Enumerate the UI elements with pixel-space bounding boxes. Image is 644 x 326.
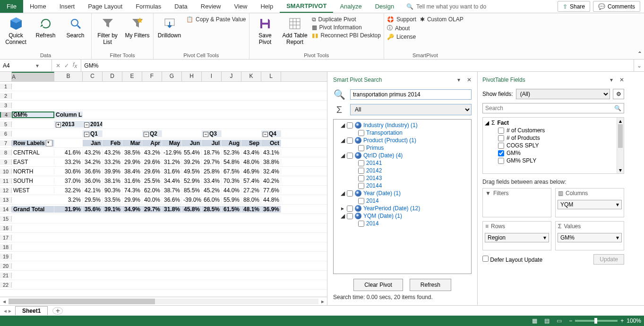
row-head[interactable]: 7: [0, 140, 12, 146]
field-list[interactable]: ◢ΣFact # of Customers # of Products COGS…: [482, 117, 624, 174]
cell[interactable]: 85.5%: [182, 187, 202, 194]
tree-label[interactable]: Transportation: [366, 129, 403, 136]
cell[interactable]: −Q3: [202, 130, 222, 137]
pivot-information-button[interactable]: ▦Pivot Information: [312, 24, 381, 31]
cell[interactable]: 74.3%: [122, 187, 142, 194]
cell[interactable]: 43.2%: [83, 149, 103, 156]
cell[interactable]: EAST: [12, 159, 54, 165]
cell[interactable]: 40.2%: [261, 178, 281, 184]
search-button[interactable]: Search: [62, 15, 88, 39]
ribbon-collapse-button[interactable]: ⌃: [635, 49, 644, 59]
cell[interactable]: 32.4%: [261, 168, 281, 175]
row-head[interactable]: 15: [0, 216, 12, 222]
row-head[interactable]: 4: [0, 112, 12, 118]
cell[interactable]: −Q4: [261, 130, 281, 137]
cell[interactable]: CENTRAL: [12, 149, 54, 156]
checkbox[interactable]: [498, 135, 504, 141]
cell[interactable]: 40.0%: [142, 197, 162, 203]
cell[interactable]: 31.9%: [54, 206, 83, 213]
field-search-input[interactable]: [485, 105, 614, 112]
zoom-in-icon[interactable]: +: [620, 317, 624, 324]
collapse-icon[interactable]: ◢: [485, 120, 489, 126]
area-rows[interactable]: ≡Rows Region▾: [482, 221, 551, 250]
checkbox[interactable]: [498, 128, 504, 134]
field-cogs-sply[interactable]: COGS SPLY: [485, 142, 622, 149]
tree-item[interactable]: ◢Year (Date) (1): [335, 189, 469, 197]
defer-layout-checkbox[interactable]: Defer Layout Update: [482, 256, 542, 263]
add-table-report-button[interactable]: Add Table Report: [282, 15, 308, 46]
view-page-break-icon[interactable]: ▭: [553, 317, 565, 325]
comments-button[interactable]: 💬Comments: [593, 1, 640, 12]
cell[interactable]: 29.9%: [122, 197, 142, 203]
tab-insert[interactable]: Insert: [53, 0, 82, 13]
field-search[interactable]: 🔍: [482, 103, 624, 113]
row-head[interactable]: 22: [0, 282, 12, 288]
tree-label[interactable]: Year (Date) (1): [363, 190, 401, 197]
tab-formulas[interactable]: Formulas: [129, 0, 168, 13]
cell[interactable]: Sep: [241, 140, 261, 146]
cell[interactable]: Oct: [261, 140, 281, 146]
expand-icon[interactable]: ◢: [340, 137, 345, 144]
expand-icon[interactable]: ◢: [340, 213, 345, 219]
tree-label[interactable]: 20141: [366, 160, 382, 166]
row-head[interactable]: 20: [0, 263, 12, 269]
row-head[interactable]: 6: [0, 131, 12, 137]
formula-input[interactable]: [84, 62, 631, 69]
cell[interactable]: 44.8%: [261, 197, 281, 203]
checkbox[interactable]: [347, 190, 353, 197]
cell[interactable]: 38.1%: [103, 178, 122, 184]
tree-item[interactable]: ◢YQM (Date) (1): [335, 212, 469, 220]
cell[interactable]: 39.9%: [103, 168, 122, 175]
cell[interactable]: 33.5%: [103, 197, 122, 203]
cell[interactable]: 55.9%: [222, 197, 241, 203]
tab-review[interactable]: Review: [194, 0, 228, 13]
cell[interactable]: 38.5%: [122, 149, 142, 156]
area-item-yqm[interactable]: YQM▾: [558, 200, 622, 209]
col-head-f[interactable]: F: [142, 72, 162, 81]
checkbox[interactable]: [358, 198, 364, 204]
clear-pivot-button[interactable]: Clear Pivot: [353, 279, 403, 291]
cell[interactable]: 34.4%: [162, 178, 182, 184]
about-button[interactable]: ⓘAbout: [387, 24, 416, 32]
reconnect-pbi-button[interactable]: ▮▮Reconnect PBI Desktop: [312, 32, 381, 39]
cell[interactable]: 43.1%: [261, 149, 281, 156]
cell[interactable]: 70.3%: [222, 178, 241, 184]
cell[interactable]: 25.5%: [142, 178, 162, 184]
row-head[interactable]: 13: [0, 197, 12, 203]
cell[interactable]: Column Labels: [54, 112, 83, 118]
row-head[interactable]: 19: [0, 254, 12, 259]
cell[interactable]: GM%: [12, 112, 54, 118]
col-head-d[interactable]: D: [103, 72, 122, 81]
area-columns[interactable]: ▥Columns YQM▾: [555, 188, 624, 217]
sheet-tab-1[interactable]: Sheet1: [15, 306, 48, 315]
cell[interactable]: 55.4%: [182, 149, 202, 156]
checkbox[interactable]: [498, 158, 504, 164]
cell[interactable]: 34.9%: [122, 206, 142, 213]
cell[interactable]: 52.3%: [222, 149, 241, 156]
cell[interactable]: 43.4%: [241, 149, 261, 156]
row-head[interactable]: 10: [0, 169, 12, 174]
checkbox[interactable]: [358, 168, 364, 174]
pivot-search-input[interactable]: [350, 89, 472, 100]
cell[interactable]: 33.4%: [202, 178, 222, 184]
cell[interactable]: 66.0%: [202, 197, 222, 203]
cell[interactable]: 46.9%: [241, 168, 261, 175]
row-head[interactable]: 17: [0, 235, 12, 240]
license-button[interactable]: 🔑License: [387, 34, 416, 40]
sheet-navigation[interactable]: ◂▸: [0, 308, 15, 314]
checkbox[interactable]: [498, 143, 504, 149]
quick-connect-button[interactable]: Quick Connect: [3, 15, 29, 46]
cell[interactable]: 18.7%: [202, 149, 222, 156]
cell[interactable]: 43.2%: [103, 149, 122, 156]
cell[interactable]: Row Labels: [12, 140, 54, 146]
row-head[interactable]: 1: [0, 84, 12, 89]
row-head[interactable]: 12: [0, 188, 12, 193]
tree-label[interactable]: 2014: [366, 220, 379, 227]
fx-icon[interactable]: fx: [73, 61, 77, 69]
cell[interactable]: 35.6%: [83, 206, 103, 213]
tab-design[interactable]: Design: [369, 0, 401, 13]
row-head[interactable]: 21: [0, 273, 12, 278]
checkbox[interactable]: [347, 206, 353, 212]
cell[interactable]: 28.5%: [202, 206, 222, 213]
cell[interactable]: 36.9%: [261, 206, 281, 213]
